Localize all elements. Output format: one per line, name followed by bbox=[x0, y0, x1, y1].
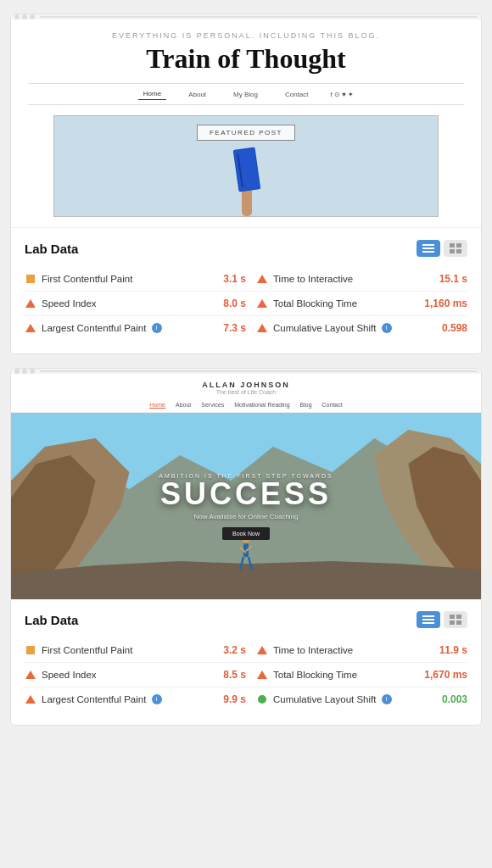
lab-data-icons bbox=[417, 240, 467, 257]
lcp-value: 7.3 s bbox=[199, 322, 246, 334]
tbt-icon bbox=[256, 298, 268, 309]
site1-hero: FEATURED POST bbox=[53, 115, 439, 217]
grid-view-btn[interactable] bbox=[444, 240, 467, 257]
site1-nav-social: f ⊙ ♥ ✦ bbox=[331, 91, 355, 98]
dot3-2 bbox=[30, 369, 35, 374]
metric-cls: Cumulative Layout Shift i 0.598 bbox=[246, 316, 467, 340]
tbt-value: 1,160 ms bbox=[421, 298, 467, 309]
lcp2-info-icon[interactable]: i bbox=[152, 694, 162, 704]
metric-lcp: Largest Contentful Paint i 7.3 s bbox=[25, 316, 246, 340]
svg-line-22 bbox=[240, 557, 243, 570]
site2-nav-contact[interactable]: Contact bbox=[322, 402, 343, 409]
fcp2-icon bbox=[25, 644, 36, 656]
site2-brand: ALLAN JOHNSON bbox=[25, 381, 467, 389]
site1-title: Train of Thought bbox=[28, 43, 464, 75]
svg-rect-30 bbox=[456, 620, 461, 625]
site2-nav-blog[interactable]: Blog bbox=[300, 402, 312, 409]
nav-about[interactable]: About bbox=[183, 89, 211, 100]
nav-contact[interactable]: Contact bbox=[280, 89, 314, 100]
tti2-name: Time to Interactive bbox=[273, 645, 421, 655]
lcp2-value: 9.9 s bbox=[199, 693, 246, 705]
climber-icon bbox=[233, 536, 259, 574]
svg-rect-29 bbox=[450, 620, 455, 625]
site2-topbar: ALLAN JOHNSON The best of Life Coach Hom… bbox=[11, 374, 481, 413]
svg-rect-8 bbox=[456, 243, 461, 248]
site1-preview: EVERYTHING IS PERSONAL. INCLUDING THIS B… bbox=[11, 19, 481, 228]
metrics-grid-2: First Contentful Paint 3.2 s Time to Int… bbox=[25, 638, 467, 711]
list-icon-2 bbox=[422, 615, 434, 625]
metrics-grid: First Contentful Paint 3.1 s Time to Int… bbox=[25, 267, 467, 340]
dot1-2 bbox=[14, 369, 20, 374]
dot1 bbox=[14, 14, 20, 19]
fcp2-name: First Contentful Paint bbox=[42, 645, 199, 655]
tti2-value: 11.9 s bbox=[421, 644, 467, 656]
site2-coaching: Now Available for Online Coaching bbox=[159, 513, 333, 520]
scrollbar-track-2 bbox=[40, 370, 478, 372]
site1-card: EVERYTHING IS PERSONAL. INCLUDING THIS B… bbox=[10, 14, 482, 354]
grid-icon-2 bbox=[450, 615, 461, 625]
site2-book-btn[interactable]: Book Now bbox=[222, 527, 270, 540]
site1-lab-data: Lab Data bbox=[11, 228, 481, 353]
dot3 bbox=[30, 14, 35, 19]
tti-value: 15.1 s bbox=[421, 273, 467, 285]
metric2-lcp: Largest Contentful Paint i 9.9 s bbox=[25, 687, 246, 711]
svg-rect-5 bbox=[422, 248, 434, 249]
svg-line-23 bbox=[249, 557, 252, 570]
si2-icon bbox=[25, 669, 36, 681]
metric2-si: Speed Index 8.5 s bbox=[25, 663, 246, 687]
si-icon bbox=[25, 298, 36, 309]
list-view-btn-2[interactable] bbox=[417, 611, 440, 628]
grid-view-btn-2[interactable] bbox=[444, 611, 467, 628]
lab-data-header: Lab Data bbox=[25, 240, 467, 257]
site2-nav-services[interactable]: Services bbox=[201, 402, 224, 409]
site2-hero-content: AMBITION IS THE FIRST STEP TOWARDS SUCCE… bbox=[159, 473, 333, 540]
site2-nav-reading[interactable]: Motivational Reading bbox=[234, 402, 289, 409]
fcp2-value: 3.2 s bbox=[199, 644, 246, 656]
tti2-icon bbox=[256, 644, 268, 656]
nav-myblog[interactable]: My Blog bbox=[228, 89, 263, 100]
dot2-2 bbox=[22, 369, 27, 374]
site1-nav: Home About My Blog Contact f ⊙ ♥ ✦ bbox=[28, 83, 464, 105]
grid-icon bbox=[450, 243, 461, 253]
svg-rect-6 bbox=[422, 251, 434, 253]
lab-data-icons-2 bbox=[417, 611, 467, 628]
metric-fcp: First Contentful Paint 3.1 s bbox=[25, 267, 246, 292]
lcp-icon bbox=[25, 322, 36, 334]
site2-nav-home[interactable]: Home bbox=[149, 402, 165, 409]
cls-name: Cumulative Layout Shift i bbox=[273, 323, 421, 334]
nav-home[interactable]: Home bbox=[138, 88, 166, 100]
tbt2-value: 1,670 ms bbox=[421, 669, 467, 681]
svg-rect-9 bbox=[450, 249, 455, 253]
hero-illustration bbox=[221, 140, 271, 216]
cls2-info-icon[interactable]: i bbox=[382, 694, 392, 704]
list-view-btn[interactable] bbox=[417, 240, 440, 257]
metric-si: Speed Index 8.0 s bbox=[25, 292, 246, 316]
lcp-info-icon[interactable]: i bbox=[152, 323, 162, 333]
featured-badge: FEATURED POST bbox=[197, 125, 295, 141]
site2-lab-data: Lab Data bbox=[11, 599, 481, 725]
scrollbar-track bbox=[40, 16, 478, 18]
lab-data-header-2: Lab Data bbox=[25, 611, 467, 628]
lcp2-icon bbox=[25, 693, 36, 705]
lcp2-name: Largest Contentful Paint i bbox=[42, 694, 199, 705]
svg-rect-27 bbox=[450, 615, 455, 619]
svg-rect-24 bbox=[422, 615, 434, 617]
svg-rect-28 bbox=[456, 615, 461, 619]
cls2-name: Cumulative Layout Shift i bbox=[273, 694, 421, 705]
svg-rect-10 bbox=[456, 249, 461, 253]
fcp-icon bbox=[25, 273, 36, 285]
cls-value: 0.598 bbox=[421, 322, 467, 334]
metric-tbt: Total Blocking Time 1,160 ms bbox=[246, 292, 467, 316]
tti-name: Time to Interactive bbox=[273, 274, 421, 284]
site2-nav-about[interactable]: About bbox=[176, 402, 191, 409]
site2-nav: Home About Services Motivational Reading… bbox=[25, 398, 467, 412]
svg-rect-25 bbox=[422, 619, 434, 620]
fcp-name: First Contentful Paint bbox=[42, 274, 199, 284]
cls-icon bbox=[256, 322, 268, 334]
tbt2-icon bbox=[256, 669, 268, 681]
site2-card: ALLAN JOHNSON The best of Life Coach Hom… bbox=[10, 368, 482, 726]
scrollbar-dots bbox=[14, 14, 35, 19]
tti-icon bbox=[256, 273, 268, 285]
site2-success: SUCCESS bbox=[159, 479, 333, 509]
cls-info-icon[interactable]: i bbox=[382, 323, 392, 333]
